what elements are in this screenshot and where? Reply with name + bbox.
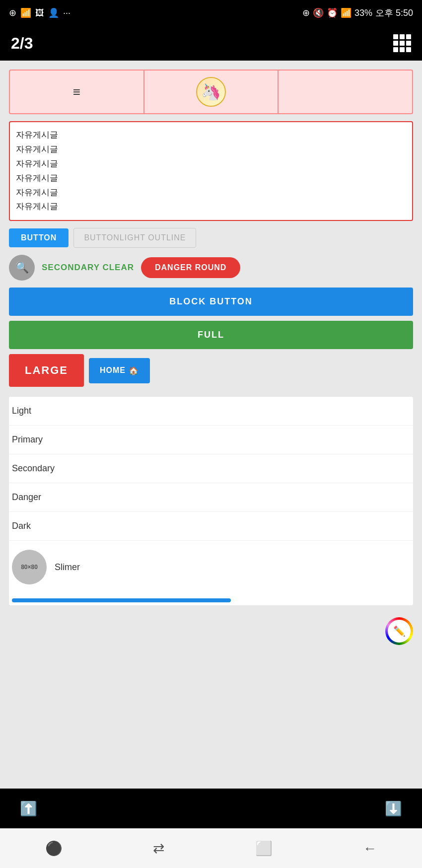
status-bar: ⊕ 📶 🖼 👤 ··· ⊕ 🔇 ⏰ 📶 33% 오후 5:50 bbox=[0, 0, 422, 26]
status-battery: 33% bbox=[354, 8, 372, 18]
page-indicator: 2/3 bbox=[11, 34, 33, 53]
logo-area: 🦄 bbox=[144, 71, 279, 113]
fab-edit-button[interactable]: ✏️ bbox=[385, 617, 413, 645]
status-icon-1: ⊕ bbox=[9, 7, 16, 18]
progress-bar bbox=[12, 598, 231, 602]
list-item-light[interactable]: Light bbox=[9, 397, 413, 426]
top-bar: 2/3 bbox=[0, 26, 422, 61]
text-area-box: 자유게시글 자유게시글 자유게시글 자유게시글 자유게시글 자유게시글 bbox=[9, 121, 413, 221]
status-right-icons: ⊕ 🔇 ⏰ 📶 33% 오후 5:50 bbox=[302, 7, 413, 19]
home-icon: 🏠 bbox=[129, 366, 139, 375]
recent-apps-button[interactable]: ⇄ bbox=[153, 840, 164, 857]
avatar: 80×80 bbox=[12, 550, 47, 584]
list-item-dark[interactable]: Dark bbox=[9, 512, 413, 541]
status-alarm-icon: ⏰ bbox=[327, 7, 338, 18]
share-button[interactable]: ⬆️ bbox=[20, 800, 37, 817]
text-line-3: 자유게시글 bbox=[16, 157, 406, 171]
button-light-outline[interactable]: BUTTONLIGHT OUTLINE bbox=[73, 228, 196, 248]
text-line-1: 자유게시글 bbox=[16, 128, 406, 143]
danger-round-button[interactable]: DANGER ROUND bbox=[141, 257, 240, 278]
header-right-area bbox=[279, 71, 412, 113]
avatar-row: 80×80 Slimer bbox=[9, 541, 413, 593]
hamburger-icon: ≡ bbox=[73, 84, 80, 100]
large-red-button[interactable]: LARGE bbox=[9, 354, 84, 387]
home-button-label: HOME bbox=[100, 366, 126, 375]
logo-emoji: 🦄 bbox=[201, 82, 221, 101]
status-icon-4: 👤 bbox=[48, 7, 59, 18]
status-left-icons: ⊕ 📶 🖼 👤 ··· bbox=[9, 7, 70, 18]
nav-bar: ⚫ ⇄ ⬜ ← bbox=[0, 828, 422, 868]
bottom-action-bar: ⬆️ ⬇️ bbox=[0, 789, 422, 828]
overview-button[interactable]: ⬜ bbox=[255, 840, 273, 857]
back-button[interactable]: ← bbox=[363, 841, 377, 857]
home-blue-button[interactable]: HOME 🏠 bbox=[89, 358, 150, 383]
avatar-name: Slimer bbox=[55, 562, 80, 573]
status-mute-icon: 🔇 bbox=[313, 7, 324, 18]
list-section: Light Primary Secondary Danger Dark 80×8… bbox=[9, 397, 413, 605]
text-line-4: 자유게시글 bbox=[16, 171, 406, 186]
app-header: ≡ 🦄 bbox=[9, 70, 413, 114]
status-time: 오후 5:50 bbox=[375, 7, 413, 19]
block-button-blue[interactable]: BLOCK BUTTON bbox=[9, 288, 413, 316]
fab-edit-inner: ✏️ bbox=[388, 620, 411, 643]
text-line-5: 자유게시글 bbox=[16, 186, 406, 200]
button-row-3: LARGE HOME 🏠 bbox=[9, 354, 413, 387]
button-row-1: BUTTON BUTTONLIGHT OUTLINE bbox=[9, 228, 413, 248]
text-line-2: 자유게시글 bbox=[16, 143, 406, 157]
list-item-danger[interactable]: Danger bbox=[9, 483, 413, 512]
list-item-primary[interactable]: Primary bbox=[9, 426, 413, 454]
secondary-clear-button[interactable]: SECONDARY CLEAR bbox=[42, 259, 134, 277]
status-icon-5: ··· bbox=[63, 8, 70, 18]
block-button-green[interactable]: FULL bbox=[9, 321, 413, 349]
status-icon-2: 📶 bbox=[20, 7, 31, 18]
status-addon-icon: ⊕ bbox=[302, 7, 310, 18]
pencil-icon: ✏️ bbox=[393, 625, 406, 637]
status-wifi-icon: 📶 bbox=[341, 7, 352, 18]
home-dot-button[interactable]: ⚫ bbox=[45, 840, 63, 857]
progress-bar-section bbox=[9, 593, 413, 605]
button-primary[interactable]: BUTTON bbox=[9, 228, 69, 247]
logo-image: 🦄 bbox=[196, 77, 226, 107]
hamburger-menu-button[interactable]: ≡ bbox=[10, 71, 144, 113]
download-button[interactable]: ⬇️ bbox=[385, 800, 402, 817]
text-line-6: 자유게시글 bbox=[16, 200, 406, 214]
grid-view-icon[interactable] bbox=[393, 34, 411, 52]
search-fab-button[interactable]: 🔍 bbox=[9, 255, 35, 281]
search-icon: 🔍 bbox=[15, 261, 29, 274]
status-icon-3: 🖼 bbox=[35, 8, 44, 18]
main-content: ≡ 🦄 자유게시글 자유게시글 자유게시글 자유게시글 자유게시글 자유게시글 … bbox=[0, 61, 422, 789]
list-item-secondary[interactable]: Secondary bbox=[9, 454, 413, 483]
